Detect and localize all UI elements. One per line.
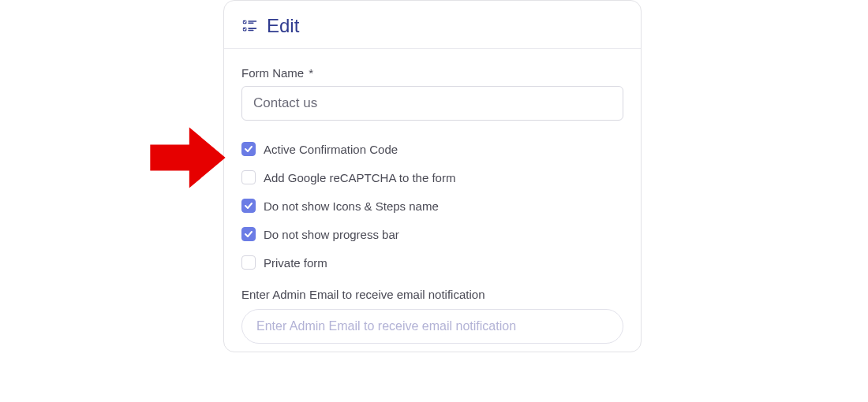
checkbox-hide-progress[interactable]: [241, 227, 256, 241]
checklist-icon: [241, 17, 259, 35]
checkbox-list: Active Confirmation Code Add Google reCA…: [241, 135, 623, 277]
card-title: Edit: [267, 15, 299, 37]
checkbox-active-confirmation[interactable]: [241, 142, 256, 156]
svg-rect-5: [248, 30, 253, 31]
checkbox-label: Private form: [264, 256, 327, 270]
checkbox-row-recaptcha: Add Google reCAPTCHA to the form: [241, 163, 623, 192]
card-header: Edit: [224, 1, 641, 49]
checkbox-hide-icons-steps[interactable]: [241, 199, 256, 213]
edit-form-card: Edit Form Name * Active Confirmation Cod…: [223, 0, 642, 352]
admin-email-input[interactable]: [241, 309, 623, 344]
checkbox-label: Add Google reCAPTCHA to the form: [264, 171, 455, 184]
svg-rect-2: [248, 23, 253, 24]
checkbox-recaptcha[interactable]: [241, 170, 256, 184]
required-mark: *: [309, 66, 313, 80]
form-name-input[interactable]: [241, 86, 623, 121]
checkbox-row-active-confirmation: Active Confirmation Code: [241, 135, 623, 163]
form-name-label: Form Name *: [241, 66, 623, 80]
svg-rect-1: [248, 20, 256, 22]
form-name-label-text: Form Name: [241, 66, 304, 80]
checkbox-label: Active Confirmation Code: [264, 143, 398, 156]
checkbox-row-private-form: Private form: [241, 248, 623, 277]
svg-rect-4: [248, 28, 256, 29]
checkbox-private-form[interactable]: [241, 255, 256, 270]
checkbox-row-hide-icons-steps: Do not show Icons & Steps name: [241, 192, 623, 220]
checkbox-row-hide-progress: Do not show progress bar: [241, 220, 623, 248]
checkbox-label: Do not show Icons & Steps name: [264, 199, 439, 213]
checkbox-label: Do not show progress bar: [264, 228, 399, 241]
admin-email-label: Enter Admin Email to receive email notif…: [241, 288, 623, 301]
arrow-annotation-icon: [144, 114, 231, 201]
card-body: Form Name * Active Confirmation Code Add…: [224, 49, 641, 352]
